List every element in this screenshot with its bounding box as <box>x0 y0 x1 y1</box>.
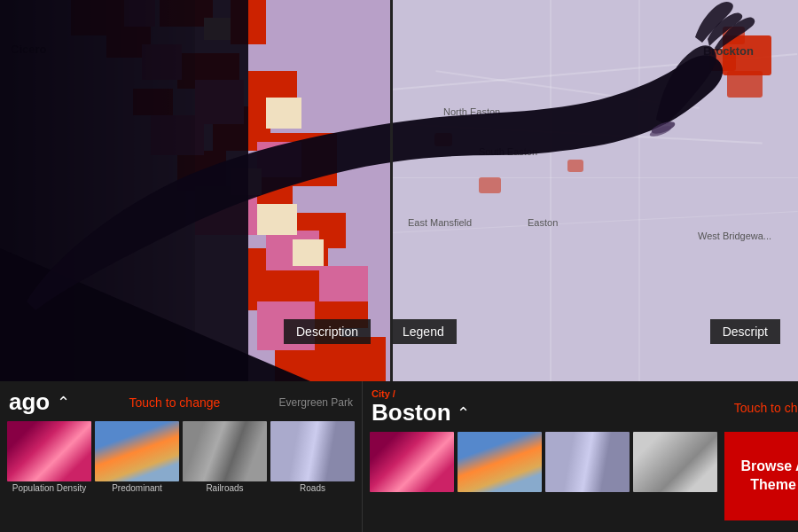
thumb-roads[interactable]: Roads <box>270 421 355 527</box>
browse-theme-line1: Browse A <box>740 458 798 476</box>
west-bridgewater-label: West Bridgewa... <box>698 231 771 241</box>
thumb-predominant[interactable]: Predominant <box>95 421 179 527</box>
thumb-right-4[interactable] <box>633 432 717 492</box>
south-easton-label: South Easton <box>479 146 537 157</box>
legend-button[interactable]: Legend <box>390 319 457 344</box>
left-touch-change[interactable]: Touch to change <box>121 395 230 410</box>
city-right-panel: City / Boston ⌃ Touch to chan <box>363 381 798 532</box>
map-divider <box>390 0 393 381</box>
thumb-img-right-3 <box>545 432 630 492</box>
right-touch-change[interactable]: Touch to chan <box>725 401 798 415</box>
bottom-bar: ago ⌃ Touch to change Evergreen Park Pop… <box>0 381 798 532</box>
right-city-name-block: City / Boston ⌃ <box>372 388 470 426</box>
thumb-strip-right: Browse A Theme <box>363 426 798 532</box>
easton-label: Easton <box>528 217 558 228</box>
browse-theme-line2: Theme <box>750 476 796 495</box>
thumb-right-1[interactable] <box>370 432 454 492</box>
thumb-img-roads <box>270 421 355 481</box>
right-city-name: Boston <box>372 399 451 426</box>
left-chevron-up[interactable]: ⌃ <box>57 393 70 412</box>
thumb-label-population: Population Density <box>12 483 86 493</box>
north-easton-label: North Easton <box>443 106 500 117</box>
thumb-img-right-4 <box>633 432 717 492</box>
thumb-population[interactable]: Population Density <box>7 421 91 527</box>
thumb-label-predominant: Predominant <box>112 483 162 493</box>
brockton-label: Brockton <box>703 44 754 58</box>
thumb-img-right-2 <box>458 432 542 492</box>
right-chevron-up[interactable]: ⌃ <box>457 403 470 423</box>
east-mansfield-label: East Mansfield <box>408 217 472 228</box>
description-left-button[interactable]: Description <box>284 319 371 344</box>
thumb-railroads[interactable]: Railroads <box>183 421 267 527</box>
thumb-label-roads: Roads <box>300 483 325 493</box>
city-left-panel: ago ⌃ Touch to change Evergreen Park Pop… <box>0 381 363 532</box>
right-city-prefix: City / <box>372 388 470 399</box>
left-suburb-label: Evergreen Park <box>279 396 353 409</box>
thumb-img-predominant <box>95 421 179 481</box>
thumb-img-right-1 <box>370 432 454 492</box>
thumb-right-3[interactable] <box>545 432 630 492</box>
thumb-img-railroads <box>183 421 267 481</box>
browse-theme-button[interactable]: Browse A Theme <box>724 432 798 520</box>
thumb-right-2[interactable] <box>458 432 542 492</box>
description-right-button[interactable]: Descript <box>710 319 780 344</box>
cicero-label: Cicero <box>11 43 46 56</box>
left-city-name: ago <box>9 388 50 416</box>
app-container: Cicero Brockton North Easton South Ea <box>0 0 798 532</box>
map-area: Cicero Brockton North Easton South Ea <box>0 0 798 381</box>
left-city-header: ago ⌃ <box>9 388 70 416</box>
thumb-label-railroads: Railroads <box>206 483 243 493</box>
thumb-strip-left: Population Density Predominant Railroads <box>0 416 362 532</box>
thumb-img-population <box>7 421 91 481</box>
